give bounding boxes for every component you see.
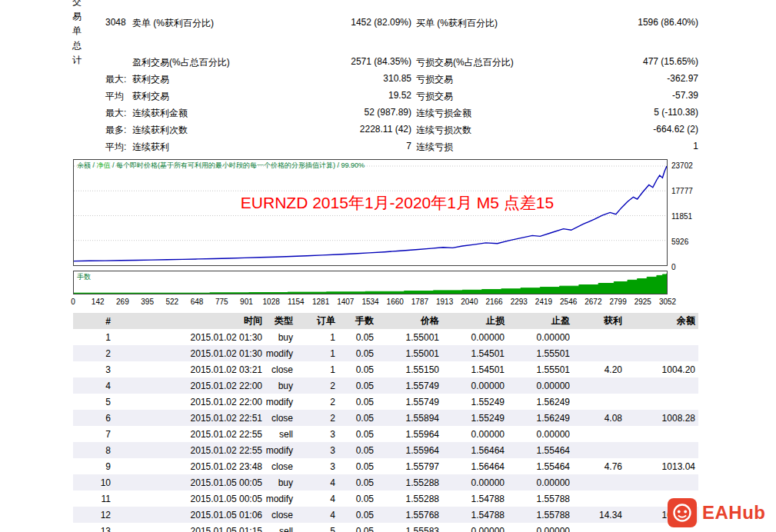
lots-chart: 手数 [73,271,668,294]
table-cell: 2015.01.02 22:00 [114,377,265,394]
table-row[interactable]: 72015.01.02 22:55sell30.051.559640.00000… [73,426,698,442]
table-cell: 9 [73,458,114,474]
table-cell: 0.05 [338,442,377,458]
table-cell: 5 [296,523,338,532]
x-axis-tick: 901 [240,298,253,306]
stats-right-value: 5 (-110.38) [561,107,698,118]
table-cell [573,523,625,532]
y-axis-tick: 17777 [671,187,693,195]
table-cell: 0.05 [338,329,377,345]
table-row[interactable]: 62015.01.02 22:51close20.051.558941.5524… [73,410,698,426]
table-cell: 2 [73,345,114,361]
legend-separator: / [111,161,117,169]
table-cell: 4.20 [573,361,625,377]
table-cell: 0.00000 [442,377,508,394]
orders-table-header: #时间类型订单手数价格止损止盈获利余额 [73,313,698,329]
table-cell: 0.05 [338,507,377,523]
table-row[interactable]: 22015.01.02 01:30modify10.051.550011.545… [73,345,698,361]
stats-right-label: 亏损交易 [416,73,453,86]
table-cell: 1.55464 [508,442,573,458]
table-cell: 4.76 [573,458,625,474]
table-cell: close [265,507,296,523]
x-axis-tick: 1787 [411,298,428,306]
table-cell: 0.05 [338,523,377,532]
table-cell: 1.55288 [377,474,442,490]
stats-left-label: 连续获利次数 [132,124,188,137]
table-cell: 3 [296,458,338,474]
table-row[interactable]: 92015.01.02 23:48close30.051.557971.5646… [73,458,698,474]
x-axis-tick: 2293 [511,298,528,306]
table-cell [625,426,698,442]
table-cell: modify [265,442,296,458]
table-row[interactable]: 42015.01.02 22:00buy20.051.557490.000000… [73,377,698,394]
table-cell: buy [265,474,296,490]
y-axis-tick: 11851 [671,212,692,221]
table-cell: 2 [296,410,338,426]
column-header: 余额 [625,313,698,329]
stats-left-label: 获利交易 [132,73,169,86]
x-axis-tick: 1534 [361,298,378,306]
table-row[interactable]: 52015.01.02 22:00modify20.051.557491.552… [73,394,698,410]
x-axis-tick: 1660 [387,298,404,306]
table-cell: 2015.01.02 01:30 [114,329,265,345]
x-axis-tick: 1913 [436,298,453,306]
table-row[interactable]: 32015.01.02 03:21close10.051.551501.5450… [73,361,698,377]
table-row[interactable]: 82015.01.02 22:55modify30.051.559641.564… [73,442,698,458]
table-cell: 2015.01.02 22:55 [114,426,265,442]
table-row[interactable]: 132015.01.05 01:15sell50.051.555830.0000… [73,523,698,532]
table-cell: 1.55797 [377,458,442,474]
legend-separator: / [335,161,341,169]
table-cell [573,377,625,394]
table-cell: 1.55001 [377,345,442,361]
table-cell: 1.54501 [442,345,508,361]
table-row[interactable]: 122015.01.05 01:06close40.051.557681.547… [73,507,698,523]
table-cell: 8 [73,442,114,458]
stats-row: 盈利交易(%占总百分比)2571 (84.35%)亏损交易(%占总百分比)477… [0,56,776,68]
stats-row: 最大:获利交易310.85亏损交易-362.97 [0,73,776,85]
table-cell: 11 [73,490,114,507]
table-cell: 2 [296,394,338,410]
legend-model-text: 每个即时价格(基于所有可利用的最小时段的每一个价格的分形插值计算) [116,161,335,169]
x-axis-tick: 2166 [485,298,502,306]
table-cell: 1.55749 [377,377,442,394]
table-cell: 2015.01.05 00:05 [114,474,265,490]
table-cell: 1 [296,361,338,377]
table-cell: close [265,410,296,426]
table-cell: sell [265,426,296,442]
table-cell: 1.55788 [508,507,573,523]
stats-right-value: 1596 (86.40%) [561,17,698,28]
column-header: 手数 [338,313,377,329]
table-cell [625,474,698,490]
eahub-logo[interactable]: EAHub [668,498,766,527]
stats-prefix: 最大: [105,107,126,120]
stats-right-value: -664.62 (2) [561,124,698,135]
table-cell: 2015.01.05 00:05 [114,490,265,507]
x-axis-tick: 3052 [659,298,676,306]
table-cell: 1.54788 [442,490,508,507]
chart-legend: 余额 / 净值 / 每个即时价格(基于所有可利用的最小时段的每一个价格的分形插值… [77,161,365,171]
table-cell: modify [265,490,296,507]
stats-right-value: 1 [561,141,698,151]
column-header: 时间 [114,313,265,329]
legend-equity-label: 净值 [97,161,111,169]
table-row[interactable]: 102015.01.05 00:05buy40.051.552880.00000… [73,474,698,490]
column-header: 价格 [377,313,442,329]
table-cell: 7 [73,426,114,442]
table-row[interactable]: 12015.01.02 01:30buy10.051.550010.000000… [73,329,698,345]
table-cell: modify [265,394,296,410]
table-row[interactable]: 112015.01.05 00:05modify40.051.552881.54… [73,490,698,507]
legend-balance-label: 余额 [77,161,91,169]
table-cell: sell [265,523,296,532]
table-cell: close [265,458,296,474]
stats-row: 平均:连续获利7连续亏损1 [0,141,776,153]
stats-prefix: 最大: [105,73,126,86]
table-cell: 4 [296,490,338,507]
table-cell: 1.55768 [377,507,442,523]
table-cell: 1004.20 [625,361,698,377]
table-cell: 1.55964 [377,442,442,458]
table-cell: 1 [296,345,338,361]
stats-left-value: 7 [269,141,411,151]
x-axis-tick: 2040 [461,298,478,306]
column-header: 止损 [442,313,508,329]
table-cell: 2015.01.05 01:06 [114,507,265,523]
